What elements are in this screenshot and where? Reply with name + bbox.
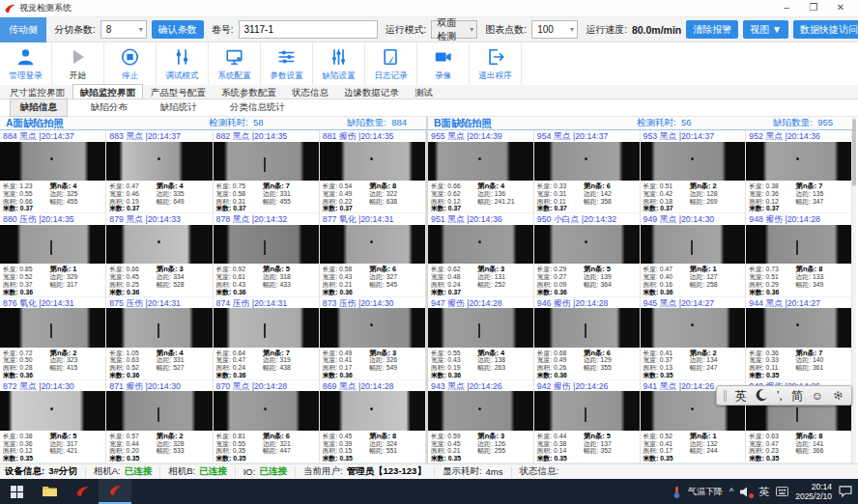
toolbar-button-journal[interactable]: 日志记录 (365, 42, 417, 85)
confirm-count-button[interactable]: 确认条数 (152, 20, 204, 39)
gear-icon[interactable] (832, 389, 844, 402)
subtab-缺陷分布[interactable]: 缺陷分布 (81, 99, 137, 116)
tab-测试[interactable]: 测试 (407, 84, 441, 98)
defect-image[interactable] (746, 225, 851, 264)
tray-language-indicator[interactable]: 英 (758, 485, 769, 499)
defect-cell-949[interactable]: 949 黑点 |20:14:30 长度: 0.47 宽度: 0.40 面积: 0… (641, 213, 747, 296)
tab-边缘数据记录[interactable]: 边缘数据记录 (336, 84, 407, 98)
ime-drag-handle[interactable] (724, 390, 727, 402)
defect-image[interactable] (534, 225, 640, 264)
defect-cell-869[interactable]: 869 黑点 |20:14:28 长度: 0.45 宽度: 0.39 面积: 0… (320, 380, 426, 463)
clear-alarm-button[interactable]: 清除报警 (686, 20, 738, 39)
defect-cell-952[interactable]: 952 黑点 |20:14:36 长度: 0.38 宽度: 0.36 面积: 0… (746, 130, 852, 213)
defect-cell-954[interactable]: 954 黑点 |20:14:37 长度: 0.33 宽度: 0.31 面积: 0… (534, 130, 641, 213)
defect-image[interactable] (428, 308, 533, 347)
defect-image[interactable] (428, 225, 533, 264)
vertical-scrollbar[interactable] (852, 117, 856, 463)
ime-simplified-toggle[interactable]: 简 (791, 386, 803, 406)
defect-image[interactable] (746, 308, 851, 347)
defect-cell-874[interactable]: 874 压伤 |20:14:31 长度: 0.64 宽度: 0.47 面积: 0… (214, 297, 320, 380)
toolbar-button-sliders-v[interactable]: 缺陷设置 (313, 42, 365, 85)
defect-cell-873[interactable]: 873 压伤 |20:14:30 长度: 0.49 宽度: 0.41 面积: 0… (320, 297, 426, 380)
defect-image[interactable] (641, 225, 746, 264)
tab-系统参数配置[interactable]: 系统参数配置 (214, 84, 284, 98)
defect-image[interactable] (0, 142, 105, 181)
defect-cell-882[interactable]: 882 黑点 |20:14:35 长度: 0.75 宽度: 0.58 面积: 0… (214, 130, 320, 213)
defect-cell-872[interactable]: 872 黑点 |20:14:30 长度: 0.38 宽度: 0.36 面积: 0… (0, 380, 106, 463)
ime-punctuation-toggle[interactable]: ’, (777, 386, 783, 406)
defect-cell-884[interactable]: 884 黑点 |20:14:37 长度: 1.23 宽度: 0.55 面积: 0… (0, 130, 106, 213)
minimize-button[interactable]: – (773, 0, 800, 16)
toolbar-button-sliders-h[interactable]: 参数设置 (261, 42, 313, 85)
defect-image[interactable] (428, 142, 533, 181)
defect-cell-875[interactable]: 875 压伤 |20:14:31 长度: 1.05 宽度: 0.63 面积: 0… (106, 297, 213, 380)
tab-产品型号配置[interactable]: 产品型号配置 (143, 84, 214, 98)
view-menu-button[interactable]: 视图 ▼ (743, 20, 788, 39)
drive-side-button[interactable]: 传动侧 (0, 17, 46, 42)
roll-number-input[interactable] (239, 20, 378, 39)
subtab-缺陷统计[interactable]: 缺陷统计 (151, 99, 207, 116)
defect-image[interactable] (641, 308, 746, 347)
toolbar-button-stop[interactable]: 停止 (104, 42, 157, 85)
scrollbar-thumb[interactable] (852, 119, 856, 186)
defect-cell-881[interactable]: 881 擦伤 |20:14:35 长度: 0.54 宽度: 0.49 面积: 0… (320, 130, 426, 213)
defect-image[interactable] (214, 308, 319, 347)
toolbar-button-user[interactable]: 管理登录 (0, 42, 52, 85)
defect-image[interactable] (534, 391, 640, 430)
volume-icon[interactable] (740, 487, 752, 497)
toolbar-button-tune[interactable]: 调试模式 (157, 42, 209, 85)
defect-cell-943[interactable]: 943 黑点 |20:14:26 长度: 0.59 宽度: 0.45 面积: 0… (428, 380, 534, 463)
defect-cell-870[interactable]: 870 黑点 |20:14:28 长度: 0.81 宽度: 0.55 面积: 0… (214, 380, 320, 463)
defect-image[interactable] (214, 391, 319, 430)
defect-image[interactable] (746, 142, 851, 181)
defect-image[interactable] (320, 142, 425, 181)
defect-image[interactable] (106, 142, 212, 181)
close-button[interactable]: ✕ (827, 0, 854, 16)
toolbar-button-exit[interactable]: 退出程序 (470, 42, 522, 85)
toolbar-button-camera[interactable]: 录像 (417, 42, 470, 85)
maximize-button[interactable]: ❐ (800, 0, 827, 16)
ime-language-toggle[interactable]: 英 (735, 386, 747, 406)
defect-cell-953[interactable]: 953 黑点 |20:14:37 长度: 0.51 宽度: 0.42 面积: 0… (641, 130, 747, 213)
defect-cell-944[interactable]: 944 黑点 |20:14:27 长度: 0.36 宽度: 0.33 面积: 0… (746, 297, 852, 380)
defect-image[interactable] (106, 391, 212, 430)
defect-image[interactable] (106, 225, 212, 264)
tab-缺陷监控界面[interactable]: 缺陷监控界面 (72, 84, 143, 98)
defect-cell-877[interactable]: 877 氧化 |20:14:31 长度: 0.58 宽度: 0.43 面积: 0… (320, 213, 426, 296)
tray-expand-caret[interactable]: ^ (729, 487, 733, 496)
defect-image[interactable] (0, 225, 105, 264)
defect-image[interactable] (534, 308, 640, 347)
moon-icon[interactable] (756, 389, 768, 402)
defect-image[interactable] (214, 142, 319, 181)
defect-image[interactable] (106, 308, 212, 347)
defect-cell-945[interactable]: 945 黑点 |20:14:27 长度: 0.41 宽度: 0.37 面积: 0… (641, 297, 747, 380)
defect-image[interactable] (320, 308, 425, 347)
defect-cell-871[interactable]: 871 擦伤 |20:14:30 长度: 0.57 宽度: 0.44 面积: 0… (106, 380, 213, 463)
run-mode-select[interactable]: 双面检测▾ (431, 20, 477, 39)
action-center-icon[interactable] (839, 486, 852, 497)
taskbar-clock[interactable]: 20:14 2025/2/10 (795, 482, 832, 501)
data-quick-access-button[interactable]: 数据快捷访问 ▼ (793, 20, 858, 39)
toolbar-button-play[interactable]: 开始 (52, 42, 104, 85)
defect-image[interactable] (214, 225, 319, 264)
defect-cell-948[interactable]: 948 擦伤 |20:14:28 长度: 0.73 宽度: 0.51 面积: 0… (746, 213, 852, 296)
defect-cell-879[interactable]: 879 黑点 |20:14:33 长度: 0.66 宽度: 0.45 面积: 0… (106, 213, 213, 296)
defect-image[interactable] (320, 225, 425, 264)
defect-cell-878[interactable]: 878 黑点 |20:14:32 长度: 0.92 宽度: 0.61 面积: 0… (214, 213, 320, 296)
app-icon-inspection[interactable] (66, 479, 99, 504)
start-button[interactable] (0, 479, 33, 504)
tab-尺寸监控界面[interactable]: 尺寸监控界面 (2, 84, 72, 98)
app-icon-inspection-active[interactable] (99, 479, 131, 504)
defect-cell-942[interactable]: 942 擦伤 |20:14:26 长度: 0.44 宽度: 0.38 面积: 0… (534, 380, 641, 463)
defect-cell-951[interactable]: 951 黑点 |20:14:36 长度: 0.62 宽度: 0.48 面积: 0… (428, 213, 534, 296)
slit-count-select[interactable]: 8▾ (100, 20, 147, 39)
keyboard-icon[interactable] (776, 487, 788, 496)
defect-cell-955[interactable]: 955 黑点 |20:14:39 长度: 0.66 宽度: 0.62 面积: 0… (428, 130, 534, 213)
defect-image[interactable] (641, 142, 746, 181)
defect-cell-883[interactable]: 883 黑点 |20:14:37 长度: 0.47 宽度: 0.46 面积: 0… (106, 130, 213, 213)
defect-cell-947[interactable]: 947 擦伤 |20:14:28 长度: 0.55 宽度: 0.43 面积: 0… (428, 297, 534, 380)
subtab-分类信息统计[interactable]: 分类信息统计 (220, 99, 295, 116)
defect-cell-946[interactable]: 946 擦伤 |20:14:28 长度: 0.68 宽度: 0.49 面积: 0… (534, 297, 641, 380)
defect-image[interactable] (428, 391, 533, 430)
defect-image[interactable] (0, 308, 105, 347)
